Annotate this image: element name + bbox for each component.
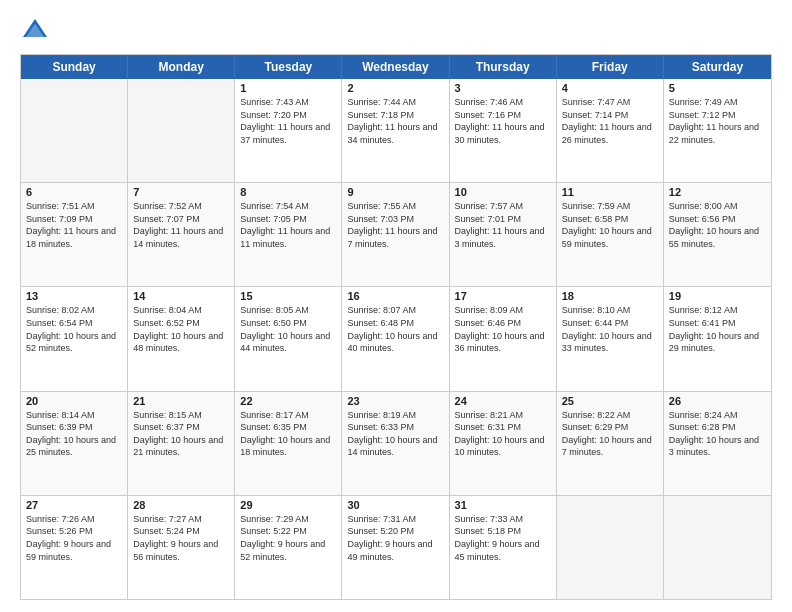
day-cell-31: 31Sunrise: 7:33 AM Sunset: 5:18 PM Dayli… <box>450 496 557 599</box>
day-number: 22 <box>240 395 336 407</box>
day-number: 6 <box>26 186 122 198</box>
day-info: Sunrise: 8:00 AM Sunset: 6:56 PM Dayligh… <box>669 200 766 250</box>
day-cell-30: 30Sunrise: 7:31 AM Sunset: 5:20 PM Dayli… <box>342 496 449 599</box>
day-number: 13 <box>26 290 122 302</box>
day-number: 31 <box>455 499 551 511</box>
day-info: Sunrise: 7:33 AM Sunset: 5:18 PM Dayligh… <box>455 513 551 563</box>
day-cell-13: 13Sunrise: 8:02 AM Sunset: 6:54 PM Dayli… <box>21 287 128 390</box>
day-number: 24 <box>455 395 551 407</box>
day-cell-28: 28Sunrise: 7:27 AM Sunset: 5:24 PM Dayli… <box>128 496 235 599</box>
header-day-thursday: Thursday <box>450 55 557 79</box>
day-cell-26: 26Sunrise: 8:24 AM Sunset: 6:28 PM Dayli… <box>664 392 771 495</box>
day-cell-16: 16Sunrise: 8:07 AM Sunset: 6:48 PM Dayli… <box>342 287 449 390</box>
day-number: 23 <box>347 395 443 407</box>
day-info: Sunrise: 8:10 AM Sunset: 6:44 PM Dayligh… <box>562 304 658 354</box>
day-info: Sunrise: 8:04 AM Sunset: 6:52 PM Dayligh… <box>133 304 229 354</box>
calendar-header: SundayMondayTuesdayWednesdayThursdayFrid… <box>21 55 771 79</box>
day-number: 17 <box>455 290 551 302</box>
day-cell-6: 6Sunrise: 7:51 AM Sunset: 7:09 PM Daylig… <box>21 183 128 286</box>
day-number: 14 <box>133 290 229 302</box>
day-info: Sunrise: 7:27 AM Sunset: 5:24 PM Dayligh… <box>133 513 229 563</box>
day-number: 25 <box>562 395 658 407</box>
day-cell-27: 27Sunrise: 7:26 AM Sunset: 5:26 PM Dayli… <box>21 496 128 599</box>
day-number: 12 <box>669 186 766 198</box>
day-number: 2 <box>347 82 443 94</box>
empty-cell <box>21 79 128 182</box>
day-number: 9 <box>347 186 443 198</box>
day-cell-21: 21Sunrise: 8:15 AM Sunset: 6:37 PM Dayli… <box>128 392 235 495</box>
day-info: Sunrise: 7:59 AM Sunset: 6:58 PM Dayligh… <box>562 200 658 250</box>
day-cell-10: 10Sunrise: 7:57 AM Sunset: 7:01 PM Dayli… <box>450 183 557 286</box>
day-info: Sunrise: 8:09 AM Sunset: 6:46 PM Dayligh… <box>455 304 551 354</box>
day-info: Sunrise: 7:52 AM Sunset: 7:07 PM Dayligh… <box>133 200 229 250</box>
day-cell-3: 3Sunrise: 7:46 AM Sunset: 7:16 PM Daylig… <box>450 79 557 182</box>
logo-icon <box>20 16 50 46</box>
day-info: Sunrise: 7:31 AM Sunset: 5:20 PM Dayligh… <box>347 513 443 563</box>
day-info: Sunrise: 8:17 AM Sunset: 6:35 PM Dayligh… <box>240 409 336 459</box>
day-number: 1 <box>240 82 336 94</box>
day-number: 26 <box>669 395 766 407</box>
day-info: Sunrise: 8:24 AM Sunset: 6:28 PM Dayligh… <box>669 409 766 459</box>
day-number: 7 <box>133 186 229 198</box>
empty-cell <box>557 496 664 599</box>
header-day-saturday: Saturday <box>664 55 771 79</box>
day-cell-22: 22Sunrise: 8:17 AM Sunset: 6:35 PM Dayli… <box>235 392 342 495</box>
day-cell-1: 1Sunrise: 7:43 AM Sunset: 7:20 PM Daylig… <box>235 79 342 182</box>
header-day-wednesday: Wednesday <box>342 55 449 79</box>
logo <box>20 16 56 46</box>
day-cell-19: 19Sunrise: 8:12 AM Sunset: 6:41 PM Dayli… <box>664 287 771 390</box>
day-cell-12: 12Sunrise: 8:00 AM Sunset: 6:56 PM Dayli… <box>664 183 771 286</box>
day-cell-20: 20Sunrise: 8:14 AM Sunset: 6:39 PM Dayli… <box>21 392 128 495</box>
day-cell-15: 15Sunrise: 8:05 AM Sunset: 6:50 PM Dayli… <box>235 287 342 390</box>
day-info: Sunrise: 7:43 AM Sunset: 7:20 PM Dayligh… <box>240 96 336 146</box>
header-day-sunday: Sunday <box>21 55 128 79</box>
day-info: Sunrise: 7:54 AM Sunset: 7:05 PM Dayligh… <box>240 200 336 250</box>
day-cell-14: 14Sunrise: 8:04 AM Sunset: 6:52 PM Dayli… <box>128 287 235 390</box>
day-number: 10 <box>455 186 551 198</box>
day-number: 21 <box>133 395 229 407</box>
day-cell-23: 23Sunrise: 8:19 AM Sunset: 6:33 PM Dayli… <box>342 392 449 495</box>
header-day-friday: Friday <box>557 55 664 79</box>
day-number: 20 <box>26 395 122 407</box>
day-number: 5 <box>669 82 766 94</box>
day-cell-25: 25Sunrise: 8:22 AM Sunset: 6:29 PM Dayli… <box>557 392 664 495</box>
day-number: 4 <box>562 82 658 94</box>
page: SundayMondayTuesdayWednesdayThursdayFrid… <box>0 0 792 612</box>
day-info: Sunrise: 7:57 AM Sunset: 7:01 PM Dayligh… <box>455 200 551 250</box>
day-number: 30 <box>347 499 443 511</box>
day-info: Sunrise: 8:14 AM Sunset: 6:39 PM Dayligh… <box>26 409 122 459</box>
header-day-tuesday: Tuesday <box>235 55 342 79</box>
day-number: 3 <box>455 82 551 94</box>
day-number: 16 <box>347 290 443 302</box>
day-cell-8: 8Sunrise: 7:54 AM Sunset: 7:05 PM Daylig… <box>235 183 342 286</box>
day-number: 18 <box>562 290 658 302</box>
header <box>20 16 772 46</box>
calendar-week-3: 13Sunrise: 8:02 AM Sunset: 6:54 PM Dayli… <box>21 287 771 391</box>
day-info: Sunrise: 7:46 AM Sunset: 7:16 PM Dayligh… <box>455 96 551 146</box>
calendar-body: 1Sunrise: 7:43 AM Sunset: 7:20 PM Daylig… <box>21 79 771 599</box>
day-info: Sunrise: 7:49 AM Sunset: 7:12 PM Dayligh… <box>669 96 766 146</box>
calendar-week-1: 1Sunrise: 7:43 AM Sunset: 7:20 PM Daylig… <box>21 79 771 183</box>
day-info: Sunrise: 8:12 AM Sunset: 6:41 PM Dayligh… <box>669 304 766 354</box>
day-info: Sunrise: 7:29 AM Sunset: 5:22 PM Dayligh… <box>240 513 336 563</box>
day-cell-18: 18Sunrise: 8:10 AM Sunset: 6:44 PM Dayli… <box>557 287 664 390</box>
day-info: Sunrise: 8:22 AM Sunset: 6:29 PM Dayligh… <box>562 409 658 459</box>
day-info: Sunrise: 8:15 AM Sunset: 6:37 PM Dayligh… <box>133 409 229 459</box>
day-cell-17: 17Sunrise: 8:09 AM Sunset: 6:46 PM Dayli… <box>450 287 557 390</box>
day-number: 27 <box>26 499 122 511</box>
day-number: 15 <box>240 290 336 302</box>
day-number: 19 <box>669 290 766 302</box>
empty-cell <box>128 79 235 182</box>
day-number: 29 <box>240 499 336 511</box>
day-info: Sunrise: 8:19 AM Sunset: 6:33 PM Dayligh… <box>347 409 443 459</box>
day-info: Sunrise: 7:55 AM Sunset: 7:03 PM Dayligh… <box>347 200 443 250</box>
day-cell-7: 7Sunrise: 7:52 AM Sunset: 7:07 PM Daylig… <box>128 183 235 286</box>
day-info: Sunrise: 7:51 AM Sunset: 7:09 PM Dayligh… <box>26 200 122 250</box>
day-number: 28 <box>133 499 229 511</box>
day-cell-2: 2Sunrise: 7:44 AM Sunset: 7:18 PM Daylig… <box>342 79 449 182</box>
calendar-week-4: 20Sunrise: 8:14 AM Sunset: 6:39 PM Dayli… <box>21 392 771 496</box>
day-info: Sunrise: 7:26 AM Sunset: 5:26 PM Dayligh… <box>26 513 122 563</box>
day-cell-5: 5Sunrise: 7:49 AM Sunset: 7:12 PM Daylig… <box>664 79 771 182</box>
day-cell-11: 11Sunrise: 7:59 AM Sunset: 6:58 PM Dayli… <box>557 183 664 286</box>
day-info: Sunrise: 8:05 AM Sunset: 6:50 PM Dayligh… <box>240 304 336 354</box>
